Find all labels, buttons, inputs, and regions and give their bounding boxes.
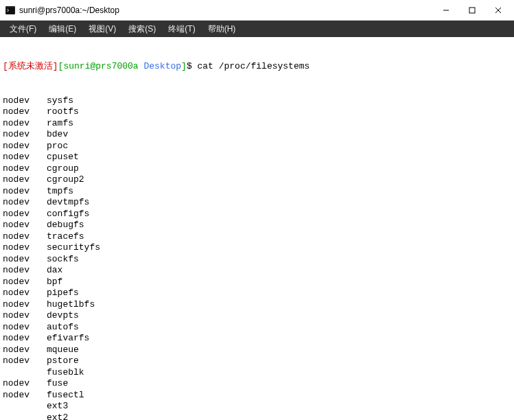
fs-col1: nodev xyxy=(3,378,47,390)
output-line: nodevpipefs xyxy=(3,288,511,299)
output-line: nodevfuse xyxy=(3,378,511,390)
menubar: 文件(F) 编辑(E) 视图(V) 搜索(S) 终端(T) 帮助(H) xyxy=(0,21,514,37)
output-line: nodevconfigfs xyxy=(3,209,511,220)
fs-col1: nodev xyxy=(3,95,47,107)
output-line: nodevdebugfs xyxy=(3,220,511,231)
output-line: nodevsysfs xyxy=(3,95,511,107)
fs-col2: configfs xyxy=(47,209,89,219)
fs-col1: nodev xyxy=(3,129,47,141)
output-line: nodevfusectl xyxy=(3,390,511,401)
output-line: ext2 xyxy=(3,412,511,421)
prompt-line-1: [系统未激活][sunri@prs7000a Desktop]$ cat /pr… xyxy=(3,61,511,73)
fs-col2: devtmpfs xyxy=(47,197,89,207)
fs-col1: nodev xyxy=(3,322,47,334)
svg-rect-1 xyxy=(6,8,14,14)
prompt-userhost: sunri@prs7000a xyxy=(63,61,138,71)
output-line: nodevrootfs xyxy=(3,106,511,118)
fs-col1: nodev xyxy=(3,254,47,266)
output-line: nodevbpf xyxy=(3,277,511,288)
prompt-close: ] xyxy=(181,61,187,71)
output-line: nodevtracefs xyxy=(3,231,511,243)
output-line: ext3 xyxy=(3,401,511,412)
fs-col1: nodev xyxy=(3,152,47,163)
fs-col2: tmpfs xyxy=(47,186,73,196)
fs-col1: nodev xyxy=(3,141,47,152)
output-line: nodevcgroup2 xyxy=(3,174,511,186)
menu-edit[interactable]: 编辑(E) xyxy=(43,22,82,36)
fs-col2: pipefs xyxy=(47,288,79,298)
fs-col1: nodev xyxy=(3,390,47,401)
fs-col2: pstore xyxy=(47,355,79,366)
fs-col2: ext3 xyxy=(47,401,68,411)
window-titlebar: sunri@prs7000a:~/Desktop xyxy=(0,0,514,21)
close-button[interactable] xyxy=(485,1,511,20)
output-line: nodevmqueue xyxy=(3,345,511,356)
output-line: nodevefivarfs xyxy=(3,333,511,345)
fs-col1: nodev xyxy=(3,265,47,277)
menu-help[interactable]: 帮助(H) xyxy=(202,22,242,36)
output-block: nodevsysfsnodevrootfsnodevramfsnodevbdev… xyxy=(3,95,511,421)
fs-col2: sockfs xyxy=(47,254,79,264)
fs-col1: nodev xyxy=(3,333,47,345)
fs-col2: ext2 xyxy=(47,412,68,421)
fs-col1: nodev xyxy=(3,242,47,254)
menu-file[interactable]: 文件(F) xyxy=(4,22,42,36)
fs-col1: nodev xyxy=(3,118,47,130)
fs-col1: nodev xyxy=(3,186,47,198)
menu-view[interactable]: 视图(V) xyxy=(83,22,121,36)
output-line: nodevsockfs xyxy=(3,254,511,266)
fs-col2: cpuset xyxy=(47,152,79,162)
command-text: cat /proc/filesystems xyxy=(198,61,310,71)
fs-col2: cgroup2 xyxy=(47,174,84,185)
fs-col1: nodev xyxy=(3,163,47,175)
fs-col2: bpf xyxy=(47,277,62,287)
fs-col1: nodev xyxy=(3,106,47,118)
fs-col2: fusectl xyxy=(47,390,84,400)
output-line: nodevpstore xyxy=(3,355,511,367)
maximize-button[interactable] xyxy=(459,1,485,20)
fs-col2: sysfs xyxy=(47,95,73,106)
fs-col1: nodev xyxy=(3,345,47,356)
fs-col2: proc xyxy=(47,141,68,151)
fs-col2: fuse xyxy=(47,378,68,388)
output-line: nodevautofs xyxy=(3,322,511,334)
fs-col2: efivarfs xyxy=(47,333,89,343)
fs-col2: securityfs xyxy=(47,242,100,253)
svg-rect-3 xyxy=(469,8,475,13)
menu-search[interactable]: 搜索(S) xyxy=(123,22,161,36)
prompt-symbol: $ xyxy=(187,61,192,71)
output-line: nodevdevpts xyxy=(3,310,511,322)
fs-col2: tracefs xyxy=(47,231,84,242)
fs-col1: nodev xyxy=(3,174,47,186)
window-controls xyxy=(433,1,511,20)
fs-col2: ramfs xyxy=(47,118,73,128)
output-line: nodevtmpfs xyxy=(3,186,511,198)
output-line: nodevcpuset xyxy=(3,152,511,163)
fs-col2: dax xyxy=(47,265,62,275)
fs-col1: nodev xyxy=(3,288,47,299)
fs-col2: hugetlbfs xyxy=(47,299,95,310)
output-line: fuseblk xyxy=(3,367,511,379)
fs-col2: devpts xyxy=(47,310,79,320)
output-line: nodevproc xyxy=(3,141,511,152)
terminal-area[interactable]: [系统未激活][sunri@prs7000a Desktop]$ cat /pr… xyxy=(0,37,514,420)
menu-terminal[interactable]: 终端(T) xyxy=(163,22,200,36)
fs-col1: nodev xyxy=(3,220,47,231)
fs-col1: nodev xyxy=(3,299,47,311)
output-line: nodevramfs xyxy=(3,118,511,130)
fs-col1: nodev xyxy=(3,355,47,367)
output-line: nodevbdev xyxy=(3,129,511,141)
fs-col2: autofs xyxy=(47,322,79,332)
output-line: nodevcgroup xyxy=(3,163,511,175)
output-line: nodevdax xyxy=(3,265,511,277)
output-line: nodevhugetlbfs xyxy=(3,299,511,311)
fs-col2: fuseblk xyxy=(47,367,84,377)
fs-col2: mqueue xyxy=(47,345,79,355)
fs-col2: cgroup xyxy=(47,163,79,174)
fs-col1: nodev xyxy=(3,209,47,220)
prompt-status: [系统未激活] xyxy=(3,61,58,71)
terminal-icon xyxy=(5,5,15,15)
minimize-button[interactable] xyxy=(433,1,459,20)
fs-col2: bdev xyxy=(47,129,68,139)
prompt-cwd: Desktop xyxy=(143,61,181,71)
